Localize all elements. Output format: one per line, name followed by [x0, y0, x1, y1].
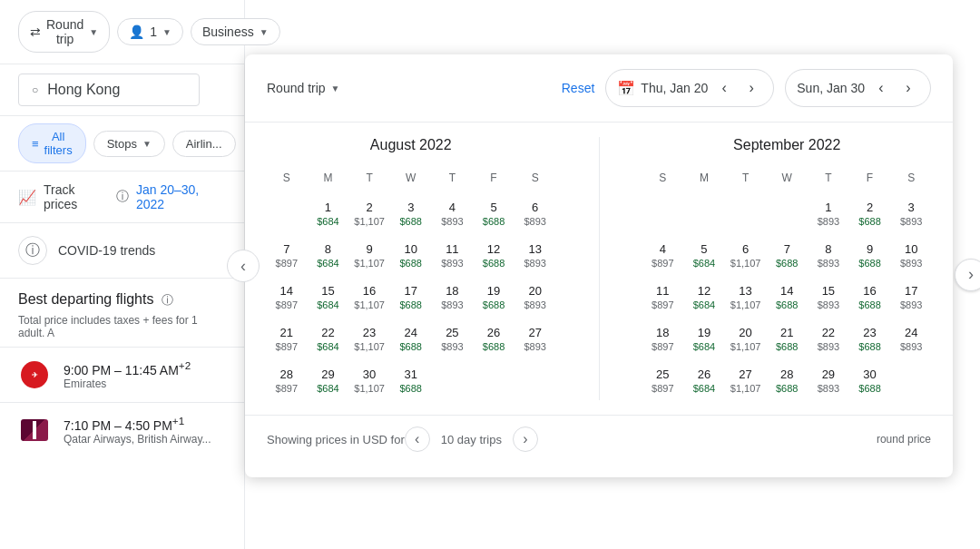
passengers-chevron: ▼	[162, 27, 172, 37]
day-25[interactable]: 25$893	[433, 319, 473, 358]
day-27[interactable]: 27$1,107	[726, 360, 766, 400]
day-15[interactable]: 15$684	[309, 277, 348, 317]
day-21[interactable]: 21$897	[267, 319, 307, 358]
emirates-airline: Emirates	[64, 377, 191, 390]
day-30[interactable]: 30$1,107	[349, 360, 389, 400]
trip-prev-arrow[interactable]: ‹	[405, 426, 430, 452]
day-23[interactable]: 23$688	[850, 319, 890, 358]
day-1[interactable]: 1$684	[309, 193, 348, 233]
start-date-prev[interactable]: ‹	[713, 77, 735, 99]
passengers-label: 1	[150, 25, 157, 39]
day-27[interactable]: 27$893	[515, 319, 555, 358]
day-price: $688	[858, 258, 880, 269]
page-right-arrow[interactable]: ›	[955, 259, 980, 291]
calendar-footer: Showing prices in USD for ‹ 10 day trips…	[245, 415, 953, 463]
day-8[interactable]: 8$684	[309, 235, 348, 275]
day-16[interactable]: 16$1,107	[349, 277, 389, 317]
calendar-round-trip-select[interactable]: Round trip ▼	[267, 81, 340, 95]
day-8[interactable]: 8$893	[808, 235, 848, 275]
day-19[interactable]: 19$684	[684, 319, 724, 358]
day-24[interactable]: 24$893	[891, 319, 931, 358]
passengers-button[interactable]: 👤 1 ▼	[117, 18, 183, 45]
day-number: 2	[867, 201, 873, 214]
day-21[interactable]: 21$688	[767, 319, 807, 358]
class-button[interactable]: Business ▼	[191, 18, 280, 45]
day-17[interactable]: 17$893	[891, 277, 931, 317]
day-10[interactable]: 10$688	[391, 235, 431, 275]
day-price: $1,107	[354, 299, 385, 310]
day-6[interactable]: 6$1,107	[726, 235, 766, 275]
trip-next-arrow[interactable]: ›	[513, 426, 538, 452]
day-2[interactable]: 2$1,107	[349, 193, 389, 233]
end-date-next[interactable]: ›	[897, 77, 919, 99]
day-17[interactable]: 17$688	[391, 277, 431, 317]
day-14[interactable]: 14$897	[267, 277, 307, 317]
day-number: 9	[366, 242, 372, 256]
day-31[interactable]: 31$688	[391, 360, 431, 400]
flight-row-qatar[interactable]: 7:10 PM – 4:50 PM+1 Qatar Airways, Briti…	[0, 402, 244, 457]
day-22[interactable]: 22$893	[808, 319, 848, 358]
day-4[interactable]: 4$897	[643, 235, 683, 275]
day-28[interactable]: 28$897	[267, 360, 307, 400]
day-5[interactable]: 5$684	[684, 235, 724, 275]
start-date-next[interactable]: ›	[740, 77, 762, 99]
day-7[interactable]: 7$688	[767, 235, 807, 275]
day-13[interactable]: 13$1,107	[726, 277, 766, 317]
day-1[interactable]: 1$893	[808, 193, 848, 233]
day-23[interactable]: 23$1,107	[349, 319, 389, 358]
day-number: 26	[487, 326, 500, 339]
day-11[interactable]: 11$893	[433, 235, 473, 275]
day-12[interactable]: 12$688	[474, 235, 514, 275]
covid-bar[interactable]: ⓘ COVID-19 trends	[0, 223, 244, 279]
day-25[interactable]: 25$897	[643, 360, 683, 400]
day-12[interactable]: 12$684	[684, 277, 724, 317]
day-number: 11	[446, 242, 458, 256]
day-7[interactable]: 7$897	[267, 235, 307, 275]
airlines-button[interactable]: Airlin...	[172, 131, 236, 157]
day-price: $897	[276, 258, 298, 269]
calendar-round-trip-chevron: ▼	[331, 83, 340, 93]
day-29[interactable]: 29$893	[808, 360, 848, 400]
day-30[interactable]: 30$688	[850, 360, 890, 400]
day-price: $893	[818, 341, 839, 352]
day-22[interactable]: 22$684	[309, 319, 348, 358]
day-3[interactable]: 3$893	[891, 193, 931, 233]
flight-row-emirates[interactable]: ✈ 9:00 PM – 11:45 AM+2 Emirates	[0, 347, 244, 402]
day-price: $893	[818, 216, 839, 227]
day-14[interactable]: 14$688	[767, 277, 807, 317]
day-26[interactable]: 26$684	[684, 360, 724, 400]
empty-cell	[684, 193, 724, 233]
round-trip-button[interactable]: ⇄ Round trip ▼	[18, 11, 110, 53]
day-5[interactable]: 5$688	[474, 193, 514, 233]
day-16[interactable]: 16$688	[850, 277, 890, 317]
day-24[interactable]: 24$688	[391, 319, 431, 358]
day-19[interactable]: 19$688	[474, 277, 514, 317]
day-number: 4	[660, 242, 666, 256]
day-2[interactable]: 2$688	[850, 193, 890, 233]
day-6[interactable]: 6$893	[515, 193, 555, 233]
calendar-left-nav[interactable]: ‹	[227, 250, 260, 282]
day-15[interactable]: 15$893	[808, 277, 848, 317]
calendar-reset-button[interactable]: Reset	[562, 81, 595, 95]
day-29[interactable]: 29$684	[309, 360, 348, 400]
day-price: $688	[483, 258, 505, 269]
day-13[interactable]: 13$893	[515, 235, 555, 275]
day-number: 28	[280, 368, 293, 381]
day-11[interactable]: 11$897	[643, 277, 683, 317]
day-20[interactable]: 20$1,107	[726, 319, 766, 358]
day-28[interactable]: 28$688	[767, 360, 807, 400]
day-20[interactable]: 20$893	[515, 277, 555, 317]
day-9[interactable]: 9$688	[850, 235, 890, 275]
day-4[interactable]: 4$893	[433, 193, 473, 233]
end-date-prev[interactable]: ‹	[870, 77, 892, 99]
day-10[interactable]: 10$893	[891, 235, 931, 275]
day-18[interactable]: 18$893	[433, 277, 473, 317]
origin-field[interactable]: ○ Hong Kong	[18, 74, 200, 106]
all-filters-button[interactable]: ≡ All filters	[18, 123, 86, 163]
stops-button[interactable]: Stops ▼	[93, 131, 165, 157]
day-18[interactable]: 18$897	[643, 319, 683, 358]
day-26[interactable]: 26$688	[474, 319, 514, 358]
day-9[interactable]: 9$1,107	[349, 235, 389, 275]
day-3[interactable]: 3$688	[391, 193, 431, 233]
day-price: $1,107	[354, 258, 385, 269]
